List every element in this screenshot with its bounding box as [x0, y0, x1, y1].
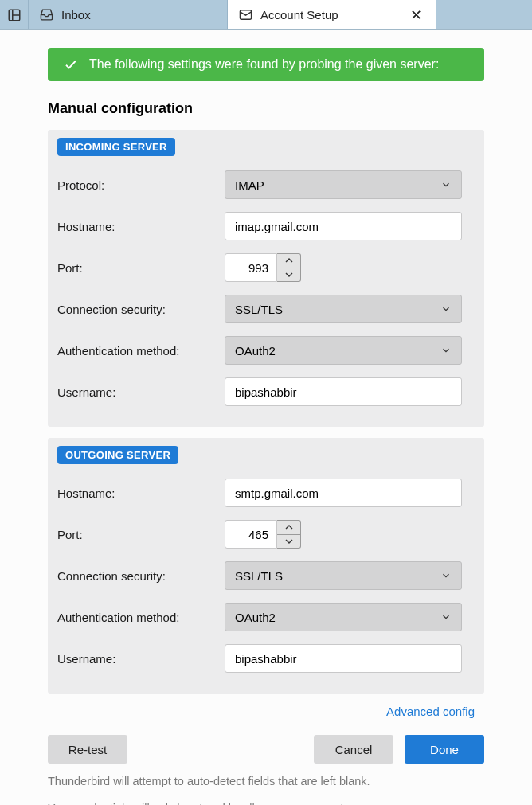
spin-up-icon[interactable] [277, 521, 300, 535]
banner-text: The following settings were found by pro… [89, 57, 439, 72]
incoming-port-label: Port: [57, 261, 225, 275]
incoming-security-label: Connection security: [57, 303, 225, 316]
tab-bar: Inbox Account Setup ✕ [0, 0, 532, 30]
check-icon [64, 57, 78, 72]
retest-button[interactable]: Re-test [48, 735, 127, 764]
success-banner: The following settings were found by pro… [48, 48, 484, 81]
mail-settings-icon [239, 8, 252, 21]
outgoing-hostname-label: Hostname: [57, 487, 225, 500]
incoming-username-input[interactable] [225, 377, 462, 406]
advanced-config-link[interactable]: Advanced config [386, 705, 475, 718]
spin-up-icon[interactable] [277, 254, 300, 268]
incoming-port-input[interactable] [225, 253, 277, 282]
done-button[interactable]: Done [405, 735, 484, 764]
tab-account-setup[interactable]: Account Setup ✕ [228, 0, 436, 29]
chevron-down-icon [440, 612, 452, 623]
outgoing-security-select[interactable]: SSL/TLS [225, 561, 462, 590]
tab-account-setup-label: Account Setup [260, 8, 338, 21]
cancel-button[interactable]: Cancel [314, 735, 393, 764]
outgoing-auth-select[interactable]: OAuth2 [225, 603, 462, 631]
incoming-security-select[interactable]: SSL/TLS [225, 295, 462, 323]
chevron-down-icon [440, 570, 452, 581]
incoming-panel: INCOMING SERVER Protocol: IMAP Hostname:… [48, 130, 484, 427]
chevron-down-icon [440, 303, 452, 315]
outgoing-badge: OUTGOING SERVER [57, 446, 178, 464]
outgoing-username-label: Username: [57, 652, 225, 666]
incoming-username-label: Username: [57, 385, 225, 399]
spaces-toolbar-icon[interactable] [0, 0, 29, 29]
outgoing-auth-label: Authentication method: [57, 611, 225, 624]
incoming-protocol-label: Protocol: [57, 178, 225, 192]
incoming-hostname-input[interactable] [225, 212, 462, 240]
inbox-icon [40, 8, 53, 21]
outgoing-port-label: Port: [57, 528, 225, 541]
incoming-port-spinner[interactable] [277, 253, 301, 282]
incoming-badge: INCOMING SERVER [57, 138, 175, 156]
outgoing-username-input[interactable] [225, 644, 462, 673]
incoming-protocol-select[interactable]: IMAP [225, 170, 462, 199]
tab-inbox[interactable]: Inbox [29, 0, 228, 29]
page-title: Manual configuration [48, 100, 484, 117]
incoming-auth-select[interactable]: OAuth2 [225, 336, 462, 365]
chevron-down-icon [440, 345, 452, 356]
hint-credentials: Your credentials will only be stored loc… [48, 802, 484, 805]
outgoing-security-label: Connection security: [57, 569, 225, 583]
spin-down-icon[interactable] [277, 535, 300, 549]
incoming-auth-label: Authentication method: [57, 344, 225, 358]
incoming-hostname-label: Hostname: [57, 220, 225, 233]
outgoing-port-spinner[interactable] [277, 520, 301, 549]
tab-inbox-label: Inbox [61, 8, 91, 21]
close-tab-icon[interactable]: ✕ [407, 6, 425, 24]
spin-down-icon[interactable] [277, 268, 300, 282]
outgoing-hostname-input[interactable] [225, 479, 462, 507]
hint-autodetect: Thunderbird will attempt to auto-detect … [48, 775, 484, 787]
chevron-down-icon [440, 179, 452, 190]
outgoing-panel: OUTGOING SERVER Hostname: Port: Connecti… [48, 438, 484, 694]
outgoing-port-input[interactable] [225, 520, 277, 549]
